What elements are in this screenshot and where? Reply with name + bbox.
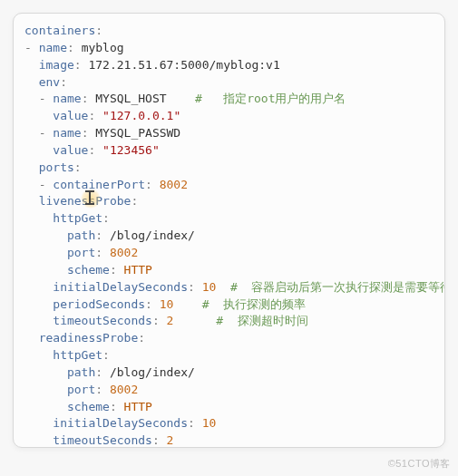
val-name: myblog bbox=[82, 41, 124, 54]
code-card: containers: - name: myblog image: 172.21… bbox=[13, 13, 445, 448]
key-env: env bbox=[39, 75, 60, 89]
key-containers: containers bbox=[24, 24, 95, 37]
key-image: image bbox=[39, 58, 74, 72]
key-liveness: livenessProbe bbox=[39, 194, 132, 208]
key-readiness: readinessProbe bbox=[39, 331, 139, 345]
key-name: name bbox=[39, 41, 67, 54]
val-image: 172.21.51.67:5000/myblog:v1 bbox=[88, 58, 279, 72]
yaml-code-block: containers: - name: myblog image: 172.21… bbox=[24, 23, 434, 448]
comment-root: # 指定root用户的用户名 bbox=[195, 92, 346, 105]
key-ports: ports bbox=[39, 160, 74, 174]
watermark-text: ©51CTO博客 bbox=[388, 457, 451, 471]
